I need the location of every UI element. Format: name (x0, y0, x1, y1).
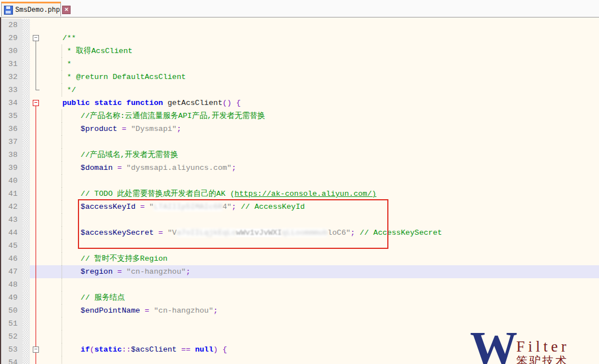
fold-margin (30, 71, 42, 84)
fold-margin (30, 97, 42, 109)
code-token (44, 345, 81, 354)
code-token (218, 345, 222, 354)
code-line[interactable]: 38 //产品域名,开发者无需替换 (0, 148, 599, 161)
line-number: 42 (0, 200, 23, 213)
code-line[interactable]: 32 * @return DefaultAcsClient (0, 71, 599, 84)
save-icon (4, 6, 13, 15)
watermark-title: Filter (517, 339, 570, 354)
code-token: //产品域名,开发者无需替换 (44, 151, 178, 159)
code-line[interactable]: 34 public static function getAcsClient()… (0, 97, 599, 109)
bookmark-margin (23, 278, 30, 291)
code-line[interactable]: 44 $accessKeySecret = "Va7oIILqjkEqLowWv… (0, 226, 599, 239)
code-line[interactable]: 46 // 暂时不支持多Region (0, 252, 599, 265)
code-token (44, 164, 81, 172)
code-line[interactable]: 42 $accessKeyId = "LTAIIIp5IMAIc6R4"; //… (0, 200, 599, 213)
indent-guide (62, 135, 62, 148)
bookmark-margin (23, 356, 30, 364)
code-token: "cn-hangzhou" (126, 267, 186, 276)
line-number: 46 (0, 252, 23, 265)
code-line[interactable]: 33 */ (0, 84, 599, 97)
indent-guide (62, 58, 62, 71)
code-token (126, 125, 131, 133)
bookmark-margin (23, 148, 30, 161)
code-token (177, 345, 181, 354)
tab-smsdemo-php[interactable]: SmsDemo.php ✕ (1, 2, 61, 16)
indent-guide (62, 317, 62, 330)
line-number: 34 (0, 97, 23, 109)
indent-guide (62, 304, 62, 317)
code-token: * @return DefaultAcsClient (44, 73, 186, 81)
line-number: 28 (0, 19, 23, 32)
fold-margin (30, 265, 42, 278)
code-token: // AccessKeyId (241, 203, 304, 211)
code-line[interactable]: 30 * 取得AcsClient (0, 45, 599, 58)
code-line[interactable]: 45 (0, 239, 599, 252)
code-token (44, 34, 62, 42)
code-token: { (222, 345, 227, 354)
line-number: 54 (0, 356, 23, 364)
code-line[interactable]: 29 /** (0, 32, 599, 45)
bookmark-margin (23, 58, 30, 71)
code-token (90, 99, 94, 107)
line-number: 49 (0, 291, 23, 304)
code-token: function (126, 99, 163, 107)
code-token: loC6" (327, 229, 351, 237)
fold-collapse-icon[interactable] (33, 100, 39, 106)
code-token: public (62, 99, 90, 107)
redacted-key-text: a7oIILqjkEqLo (177, 229, 236, 237)
code-token: ( (90, 345, 94, 354)
code-line[interactable]: 28 (0, 19, 599, 32)
code-line[interactable]: 37 (0, 135, 599, 148)
bookmark-margin (23, 239, 30, 252)
code-line[interactable]: 47 $region = "cn-hangzhou"; (0, 265, 599, 278)
ak-console-link[interactable]: https://ak-console.aliyun.com/) (235, 190, 377, 198)
indent-guide (62, 122, 62, 135)
line-number: 32 (0, 71, 23, 84)
line-number: 45 (0, 239, 23, 252)
fold-collapse-icon[interactable] (33, 347, 39, 353)
fold-margin (30, 187, 42, 200)
fold-collapse-icon[interactable] (33, 35, 39, 41)
code-line[interactable]: 41 // TODO 此处需要替换成开发者自己的AK (https://ak-c… (0, 187, 599, 200)
bookmark-margin (23, 174, 30, 187)
code-line[interactable]: 40 (0, 174, 599, 187)
code-line[interactable]: 39 $domain = "dysmsapi.aliyuncs.com"; (0, 161, 599, 174)
code-line[interactable]: 49 // 服务结点 (0, 291, 599, 304)
bookmark-margin (23, 343, 30, 356)
code-token: * 取得AcsClient (44, 47, 133, 55)
bookmark-margin (23, 291, 30, 304)
indent-guide (62, 239, 62, 252)
code-line[interactable]: 36 $product = "Dysmsapi"; (0, 122, 599, 135)
code-token (122, 99, 126, 107)
code-line[interactable]: 50 $endPointName = "cn-hangzhou"; (0, 304, 599, 317)
close-icon[interactable]: ✕ (62, 6, 71, 14)
watermark-subtitle: 笨驴技术 (517, 354, 570, 364)
code-token (113, 267, 117, 276)
line-number: 50 (0, 304, 23, 317)
code-token: $endPointName (81, 306, 140, 315)
code-token: //产品名称:云通信流量服务API产品,开发者无需替换 (44, 112, 265, 120)
line-number: 41 (0, 187, 23, 200)
code-token: null (195, 345, 213, 354)
fold-margin (30, 135, 42, 148)
editor[interactable]: 2829 /**30 * 取得AcsClient31 *32 * @return… (0, 17, 599, 364)
bookmark-margin (23, 265, 30, 278)
code-token: $acsClient (131, 345, 177, 354)
code-line[interactable]: 43 (0, 213, 599, 226)
code-line[interactable]: 35 //产品名称:云通信流量服务API产品,开发者无需替换 (0, 109, 599, 122)
bookmark-margin (23, 200, 30, 213)
bookmark-margin (23, 32, 30, 45)
tab-bar: SmsDemo.php ✕ (0, 0, 599, 17)
code-token: $accessKeyId (81, 203, 135, 211)
fold-margin (30, 174, 42, 187)
code-token: = (122, 125, 126, 133)
code-line[interactable]: 31 * (0, 58, 599, 71)
bookmark-margin (23, 135, 30, 148)
fold-margin (30, 122, 42, 135)
bookmark-margin (23, 161, 30, 174)
indent-guide (62, 356, 62, 364)
line-number: 40 (0, 174, 23, 187)
code-token: static (94, 345, 122, 354)
code-token: :: (122, 345, 131, 354)
code-line[interactable]: 48 (0, 278, 599, 291)
